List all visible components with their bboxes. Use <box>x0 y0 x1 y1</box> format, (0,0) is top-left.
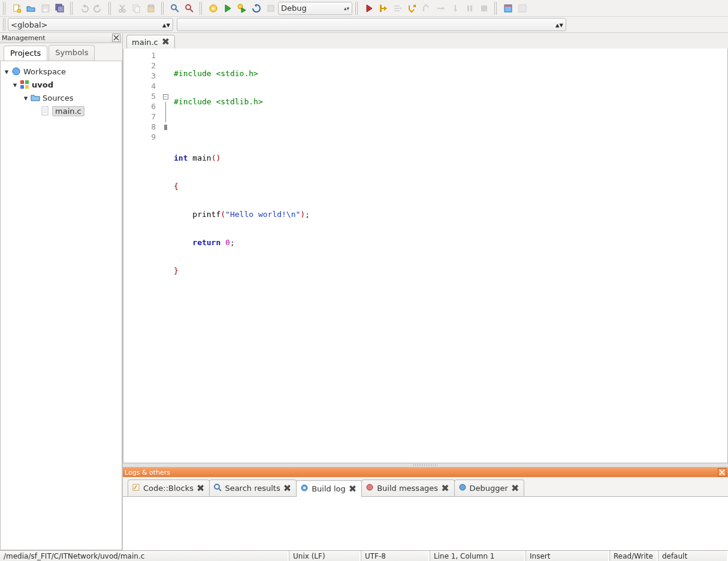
management-title: Management <box>2 34 45 42</box>
svg-rect-21 <box>413 5 416 7</box>
svg-point-12 <box>171 5 176 10</box>
svg-rect-10 <box>148 5 154 12</box>
scope-selector[interactable]: <global> ▴▾ <box>8 18 173 31</box>
toolbar-grip[interactable] <box>161 2 165 15</box>
next-line-button[interactable] <box>391 2 405 15</box>
toolbar-grip[interactable] <box>70 2 74 15</box>
close-icon[interactable]: ✖ <box>283 484 291 493</box>
tab-search-results[interactable]: Search results ✖ <box>209 479 297 496</box>
svg-rect-8 <box>133 5 138 11</box>
svg-point-40 <box>460 484 466 490</box>
rebuild-button[interactable] <box>249 2 264 15</box>
debug-start-button[interactable] <box>362 2 376 15</box>
tab-symbols[interactable]: Symbols <box>49 45 95 61</box>
step-into-instruction-button[interactable] <box>448 2 463 15</box>
step-into-button[interactable] <box>405 2 419 15</box>
line-number: 7 <box>123 112 156 122</box>
logs-body[interactable] <box>123 496 728 550</box>
break-button[interactable] <box>463 2 477 15</box>
svg-point-35 <box>215 484 219 489</box>
run-button[interactable] <box>220 2 235 15</box>
status-path: /media/sf_FIT/C/ITNetwork/uvod/main.c <box>0 551 289 561</box>
tree-sources[interactable]: ▾ Sources <box>3 91 119 104</box>
abort-button[interactable] <box>264 2 278 15</box>
cut-button[interactable] <box>115 2 129 15</box>
stop-button[interactable] <box>477 2 491 15</box>
svg-rect-32 <box>25 85 29 89</box>
tree-workspace[interactable]: ▾ Workspace <box>3 65 119 78</box>
close-icon[interactable]: ✖ <box>162 37 170 47</box>
svg-point-28 <box>13 68 20 75</box>
build-target-selector[interactable]: Debug ▴▾ <box>278 2 352 15</box>
toolbar-grip[interactable] <box>3 18 7 31</box>
step-out-button[interactable] <box>419 2 434 15</box>
tree-file[interactable]: main.c <box>3 104 119 117</box>
status-profile[interactable]: default <box>658 551 728 561</box>
status-line-ending[interactable]: Unix (LF) <box>289 551 361 561</box>
tab-build-log[interactable]: Build log ✖ <box>296 480 362 497</box>
svg-rect-24 <box>481 5 487 11</box>
paste-button[interactable] <box>144 2 158 15</box>
line-number: 6 <box>123 102 156 112</box>
tab-projects[interactable]: Projects <box>4 46 47 61</box>
tab-debugger[interactable]: Debugger ✖ <box>454 479 525 496</box>
redo-button[interactable] <box>91 2 105 15</box>
svg-rect-29 <box>20 80 24 84</box>
run-to-cursor-button[interactable] <box>376 2 391 15</box>
expand-icon[interactable]: ▾ <box>3 67 10 76</box>
line-number: 5 <box>123 92 156 102</box>
fold-toggle-icon[interactable]: − <box>163 94 168 99</box>
open-file-button[interactable] <box>24 2 38 15</box>
toolbar-grip[interactable] <box>108 2 112 15</box>
close-icon[interactable]: ✖ <box>511 484 519 493</box>
save-all-button[interactable] <box>53 2 67 15</box>
build-button[interactable] <box>206 2 220 15</box>
toolbar-grip[interactable] <box>494 2 498 15</box>
toolbar-grip[interactable] <box>200 2 203 15</box>
svg-point-6 <box>119 9 122 11</box>
svg-rect-11 <box>149 5 153 7</box>
svg-rect-22 <box>467 5 469 11</box>
tree-label: Workspace <box>23 67 66 76</box>
spinner-icon: ▴▾ <box>555 20 563 29</box>
close-icon[interactable]: ✖ <box>441 484 449 493</box>
debugging-windows-button[interactable] <box>501 2 515 15</box>
status-readwrite: Read/Write <box>609 551 658 561</box>
line-number: 2 <box>123 61 156 71</box>
tab-build-messages[interactable]: Build messages ✖ <box>361 479 454 496</box>
code-editor[interactable]: 123456789 − #include <stdio.h> #include … <box>123 49 728 463</box>
code-content[interactable]: #include <stdio.h> #include <stdlib.h> i… <box>171 49 727 463</box>
close-icon[interactable]: ✖ <box>197 484 204 493</box>
fold-column[interactable]: − <box>159 49 171 463</box>
various-info-button[interactable] <box>515 2 530 15</box>
replace-button[interactable] <box>182 2 197 15</box>
editor-tab[interactable]: main.c ✖ <box>126 35 175 49</box>
toolbar-grip[interactable] <box>355 2 359 15</box>
project-icon <box>20 80 29 89</box>
status-insert-mode[interactable]: Insert <box>525 551 609 561</box>
close-icon[interactable] <box>718 468 726 476</box>
expand-icon[interactable]: ▾ <box>11 80 19 89</box>
close-icon[interactable] <box>112 34 120 42</box>
svg-rect-25 <box>505 5 512 12</box>
tree-project[interactable]: ▾ uvod <box>3 78 119 91</box>
tab-codeblocks[interactable]: Code::Blocks ✖ <box>128 479 210 496</box>
expand-icon[interactable]: ▾ <box>22 94 29 102</box>
main-area: Management Projects Symbols ▾ Workspace … <box>0 32 728 550</box>
new-file-button[interactable] <box>10 2 24 15</box>
project-tree: ▾ Workspace ▾ uvod ▾ <box>0 61 122 550</box>
close-icon[interactable]: ✖ <box>349 484 357 494</box>
svg-rect-0 <box>14 5 19 11</box>
tree-label: Sources <box>43 94 73 102</box>
toolbar-grip[interactable] <box>3 2 7 15</box>
next-instruction-button[interactable] <box>434 2 448 15</box>
function-selector[interactable]: ▴▾ <box>177 18 566 31</box>
svg-line-13 <box>176 9 179 12</box>
undo-button[interactable] <box>77 2 91 15</box>
status-encoding[interactable]: UTF-8 <box>361 551 430 561</box>
build-and-run-button[interactable] <box>235 2 249 15</box>
find-button[interactable] <box>168 2 182 15</box>
copy-button[interactable] <box>129 2 144 15</box>
save-button[interactable] <box>38 2 53 15</box>
status-bar: /media/sf_FIT/C/ITNetwork/uvod/main.c Un… <box>0 550 728 561</box>
